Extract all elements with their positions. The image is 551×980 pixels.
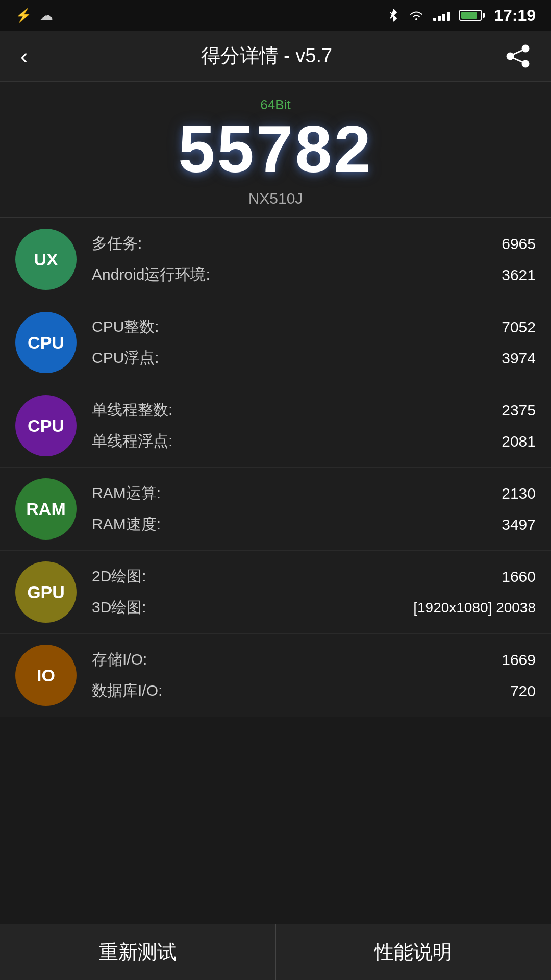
icon-cpu-blue: CPU bbox=[15, 312, 77, 373]
row-item-cpu-purple-1: 单线程浮点:2081 bbox=[92, 426, 536, 457]
status-time: 17:19 bbox=[494, 6, 536, 25]
icon-cpu-purple: CPU bbox=[15, 395, 77, 456]
bottom-buttons: 重新测试 性能说明 bbox=[0, 924, 551, 980]
icon-gpu: GPU bbox=[15, 561, 77, 623]
back-button[interactable]: ‹ bbox=[20, 45, 28, 67]
row-value-gpu-0: 1660 bbox=[502, 568, 536, 585]
icon-ux: UX bbox=[15, 229, 77, 290]
row-details-cpu-purple: 单线程整数:2375单线程浮点:2081 bbox=[77, 395, 536, 457]
row-details-gpu: 2D绘图:16603D绘图:[980x551] 20038 bbox=[77, 561, 536, 623]
score-row-io: IO存储I/O:1669数据库I/O:720 bbox=[0, 634, 551, 717]
cloud-icon: ☁ bbox=[40, 8, 53, 23]
row-item-ux-1: Android运行环境:3621 bbox=[92, 259, 536, 290]
row-details-cpu-blue: CPU整数:7052CPU浮点:3974 bbox=[77, 311, 536, 374]
score-number: 55782 bbox=[0, 113, 551, 186]
icon-io: IO bbox=[15, 645, 77, 706]
row-value-ux-1: 3621 bbox=[502, 266, 536, 284]
score-row-cpu-purple: CPU单线程整数:2375单线程浮点:2081 bbox=[0, 384, 551, 468]
svg-point-4 bbox=[507, 53, 513, 59]
svg-point-5 bbox=[522, 61, 529, 67]
info-button[interactable]: 性能说明 bbox=[276, 924, 552, 980]
header-title: 得分详情 - v5.7 bbox=[201, 43, 333, 69]
icon-ram: RAM bbox=[15, 478, 77, 540]
row-value-io-0: 1669 bbox=[502, 651, 536, 669]
device-name: NX510J bbox=[0, 190, 551, 207]
status-left-icons: ⚡ ☁ bbox=[15, 8, 53, 23]
row-item-cpu-purple-0: 单线程整数:2375 bbox=[92, 395, 536, 426]
row-value-ram-1: 3497 bbox=[502, 516, 536, 533]
row-label-gpu-0: 2D绘图: bbox=[92, 566, 146, 587]
row-value-cpu-purple-1: 2081 bbox=[502, 433, 536, 450]
header: ‹ 得分详情 - v5.7 bbox=[0, 31, 551, 82]
row-value-ux-0: 6965 bbox=[502, 235, 536, 253]
row-item-cpu-blue-0: CPU整数:7052 bbox=[92, 311, 536, 342]
64bit-badge: 64Bit bbox=[0, 97, 551, 113]
row-value-ram-0: 2130 bbox=[502, 485, 536, 502]
score-rows: UX多任务:6965Android运行环境:3621CPUCPU整数:7052C… bbox=[0, 218, 551, 717]
score-row-ram: RAMRAM运算:2130RAM速度:3497 bbox=[0, 468, 551, 551]
row-value-cpu-purple-0: 2375 bbox=[502, 402, 536, 419]
row-item-ux-0: 多任务:6965 bbox=[92, 228, 536, 259]
row-label-cpu-blue-0: CPU整数: bbox=[92, 316, 159, 337]
row-value-gpu-1: [980x551] 20038 bbox=[413, 600, 536, 616]
row-value-cpu-blue-0: 7052 bbox=[502, 318, 536, 336]
row-item-io-1: 数据库I/O:720 bbox=[92, 675, 536, 706]
row-label-ux-1: Android运行环境: bbox=[92, 264, 210, 285]
score-section: 64Bit 55782 NX510J bbox=[0, 82, 551, 218]
svg-line-6 bbox=[513, 50, 523, 55]
row-item-ram-1: RAM速度:3497 bbox=[92, 509, 536, 540]
row-value-cpu-blue-1: 3974 bbox=[502, 350, 536, 367]
row-label-cpu-purple-0: 单线程整数: bbox=[92, 400, 172, 421]
svg-line-7 bbox=[513, 58, 523, 62]
row-label-cpu-purple-1: 单线程浮点: bbox=[92, 431, 172, 452]
row-label-io-1: 数据库I/O: bbox=[92, 680, 162, 701]
bluetooth-icon bbox=[387, 8, 399, 22]
usb-icon: ⚡ bbox=[15, 8, 32, 23]
row-value-io-1: 720 bbox=[510, 682, 536, 700]
wifi-icon bbox=[409, 9, 424, 21]
row-label-gpu-1: 3D绘图: bbox=[92, 597, 146, 618]
retest-button[interactable]: 重新测试 bbox=[0, 924, 276, 980]
row-details-ux: 多任务:6965Android运行环境:3621 bbox=[77, 228, 536, 290]
row-details-io: 存储I/O:1669数据库I/O:720 bbox=[77, 644, 536, 706]
row-label-cpu-blue-1: CPU浮点: bbox=[92, 348, 159, 369]
row-item-cpu-blue-1: CPU浮点:3974 bbox=[92, 342, 536, 374]
row-item-gpu-0: 2D绘图:1660 bbox=[92, 561, 536, 592]
row-details-ram: RAM运算:2130RAM速度:3497 bbox=[77, 478, 536, 540]
share-button[interactable] bbox=[505, 43, 531, 69]
row-label-ram-0: RAM运算: bbox=[92, 483, 161, 504]
battery-icon bbox=[459, 10, 485, 21]
score-row-ux: UX多任务:6965Android运行环境:3621 bbox=[0, 218, 551, 301]
score-row-gpu: GPU2D绘图:16603D绘图:[980x551] 20038 bbox=[0, 551, 551, 634]
row-label-ux-0: 多任务: bbox=[92, 233, 142, 254]
row-label-io-0: 存储I/O: bbox=[92, 649, 147, 670]
status-right-icons: 17:19 bbox=[387, 6, 536, 25]
row-item-ram-0: RAM运算:2130 bbox=[92, 478, 536, 509]
svg-point-3 bbox=[522, 45, 529, 52]
signal-bars-icon bbox=[433, 10, 450, 21]
score-row-cpu-blue: CPUCPU整数:7052CPU浮点:3974 bbox=[0, 301, 551, 384]
row-item-io-0: 存储I/O:1669 bbox=[92, 644, 536, 675]
row-label-ram-1: RAM速度: bbox=[92, 514, 161, 535]
row-item-gpu-1: 3D绘图:[980x551] 20038 bbox=[92, 592, 536, 623]
status-bar: ⚡ ☁ 1 bbox=[0, 0, 551, 31]
